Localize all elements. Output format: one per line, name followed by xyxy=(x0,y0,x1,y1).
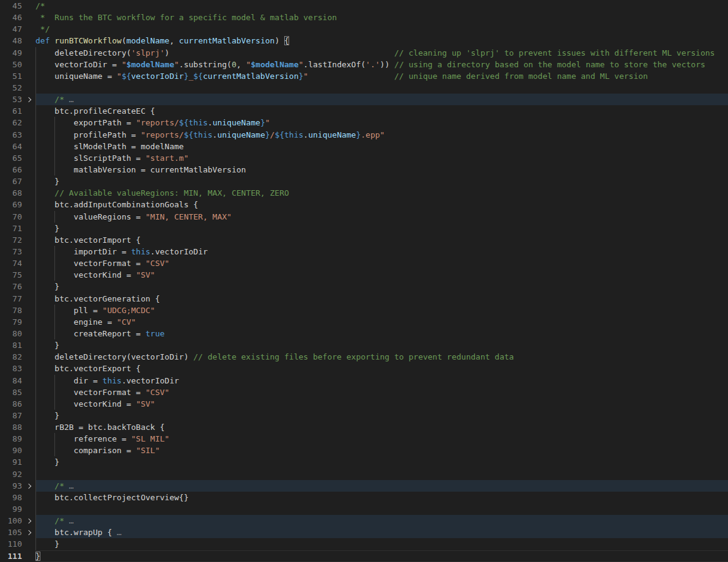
code-line[interactable]: deleteDirectory(vectorIoDir) // delete e… xyxy=(35,351,728,363)
line-number[interactable]: 64 xyxy=(0,141,22,152)
line-number[interactable]: 65 xyxy=(0,152,22,164)
code-line[interactable]: /* … xyxy=(35,480,728,492)
code-line[interactable] xyxy=(35,82,728,94)
code-line[interactable]: exportPath = "reports/${this.uniqueName}… xyxy=(35,117,728,128)
code-line[interactable]: * Runs the BTC workflow for a specific m… xyxy=(35,12,728,23)
code-editor[interactable]: 45/*46 * Runs the BTC workflow for a spe… xyxy=(0,0,728,562)
code-line[interactable]: btc.profileCreateEC { xyxy=(35,105,728,117)
line-number[interactable]: 79 xyxy=(0,316,22,328)
line-number[interactable]: 63 xyxy=(0,129,22,141)
code-line[interactable]: vectorKind = "SV" xyxy=(35,269,728,281)
line-number[interactable]: 89 xyxy=(0,433,22,445)
line-number[interactable]: 50 xyxy=(0,59,22,70)
line-number[interactable]: 85 xyxy=(0,386,22,398)
code-line[interactable]: } xyxy=(35,538,728,550)
code-line[interactable]: } xyxy=(35,223,728,234)
code-line[interactable]: btc.vectorExport { xyxy=(35,363,728,374)
line-number[interactable]: 82 xyxy=(0,351,22,363)
line-number[interactable]: 52 xyxy=(0,82,22,94)
code-line[interactable]: slModelPath = modelName xyxy=(35,141,728,152)
line-number[interactable]: 76 xyxy=(0,281,22,292)
code-line[interactable]: createReport = true xyxy=(35,328,728,339)
line-number[interactable]: 81 xyxy=(0,339,22,351)
line-number[interactable]: 74 xyxy=(0,257,22,269)
code-line[interactable]: def runBTCWorkflow(modelName, currentMat… xyxy=(35,35,728,46)
code-line[interactable]: btc.addInputCombinationGoals { xyxy=(35,199,728,210)
line-number[interactable]: 53 xyxy=(0,94,22,105)
code-line[interactable]: deleteDirectory('slprj') // cleaning up … xyxy=(35,47,728,59)
line-number[interactable]: 73 xyxy=(0,246,22,257)
chevron-right-icon[interactable] xyxy=(26,97,31,102)
code-line[interactable]: btc.vectorGeneration { xyxy=(35,293,728,305)
fold-region[interactable] xyxy=(22,480,35,492)
chevron-right-icon[interactable] xyxy=(26,484,31,489)
line-number[interactable]: 93 xyxy=(0,480,22,492)
code-line[interactable]: } xyxy=(35,550,728,562)
code-line[interactable]: importDir = this.vectorIoDir xyxy=(35,246,728,257)
code-line[interactable]: btc.collectProjectOverview{} xyxy=(35,492,728,503)
line-number[interactable]: 100 xyxy=(0,515,22,527)
code-line[interactable]: /* … xyxy=(35,94,728,105)
code-line[interactable]: slScriptPath = "start.m" xyxy=(35,152,728,164)
chevron-right-icon[interactable] xyxy=(26,530,31,535)
code-line[interactable]: } xyxy=(35,281,728,292)
line-number[interactable]: 87 xyxy=(0,410,22,421)
line-number[interactable]: 80 xyxy=(0,328,22,339)
line-number[interactable]: 68 xyxy=(0,187,22,199)
code-line[interactable]: /* xyxy=(35,0,728,12)
code-line[interactable]: engine = "CV" xyxy=(35,316,728,328)
fold-region[interactable] xyxy=(22,515,35,527)
line-number[interactable]: 67 xyxy=(0,176,22,187)
line-number[interactable]: 90 xyxy=(0,445,22,456)
line-number[interactable]: 48 xyxy=(0,35,22,46)
line-number[interactable]: 77 xyxy=(0,293,22,305)
code-line[interactable]: reference = "SL MIL" xyxy=(35,433,728,445)
chevron-right-icon[interactable] xyxy=(26,519,31,523)
line-number[interactable]: 83 xyxy=(0,363,22,374)
line-number[interactable]: 91 xyxy=(0,456,22,468)
code-line[interactable]: dir = this.vectorIoDir xyxy=(35,375,728,386)
line-number[interactable]: 51 xyxy=(0,70,22,82)
line-number[interactable]: 61 xyxy=(0,105,22,117)
line-number[interactable]: 78 xyxy=(0,305,22,316)
line-number[interactable]: 69 xyxy=(0,199,22,210)
code-line[interactable]: matlabVersion = currentMatlabVersion xyxy=(35,164,728,176)
line-number[interactable]: 49 xyxy=(0,47,22,59)
code-line[interactable]: } xyxy=(35,456,728,468)
code-line[interactable]: vectorIoDir = "$modelName".substring(0, … xyxy=(35,59,728,70)
code-line[interactable] xyxy=(35,468,728,480)
code-line[interactable]: vectorFormat = "CSV" xyxy=(35,257,728,269)
code-line[interactable]: comparison = "SIL" xyxy=(35,445,728,456)
line-number[interactable]: 62 xyxy=(0,117,22,128)
line-number[interactable]: 92 xyxy=(0,468,22,480)
code-line[interactable]: } xyxy=(35,339,728,351)
code-line[interactable]: uniqueName = "${vectorIoDir}_${currentMa… xyxy=(35,70,728,82)
fold-region[interactable] xyxy=(22,527,35,538)
line-number[interactable]: 72 xyxy=(0,234,22,246)
line-number[interactable]: 110 xyxy=(0,538,22,550)
code-line[interactable]: vectorFormat = "CSV" xyxy=(35,386,728,398)
line-number[interactable]: 45 xyxy=(0,0,22,12)
line-number[interactable]: 71 xyxy=(0,223,22,234)
code-line[interactable]: */ xyxy=(35,23,728,35)
line-number[interactable]: 105 xyxy=(0,527,22,538)
code-line[interactable]: pll = "UDCG;MCDC" xyxy=(35,305,728,316)
line-number[interactable]: 47 xyxy=(0,23,22,35)
code-line[interactable] xyxy=(35,503,728,515)
line-number[interactable]: 98 xyxy=(0,492,22,503)
code-line[interactable]: /* … xyxy=(35,515,728,527)
code-line[interactable]: // Available valueRegions: MIN, MAX, CEN… xyxy=(35,187,728,199)
line-number[interactable]: 111 xyxy=(0,550,22,562)
code-line[interactable]: btc.wrapUp { … xyxy=(35,527,728,538)
line-number[interactable]: 70 xyxy=(0,211,22,223)
code-line[interactable]: } xyxy=(35,410,728,421)
line-number[interactable]: 84 xyxy=(0,375,22,386)
line-number[interactable]: 86 xyxy=(0,398,22,410)
code-line[interactable]: } xyxy=(35,176,728,187)
line-number[interactable]: 88 xyxy=(0,421,22,433)
code-line[interactable]: profilePath = "reports/${this.uniqueName… xyxy=(35,129,728,141)
fold-region[interactable] xyxy=(22,94,35,105)
code-line[interactable]: rB2B = btc.backToBack { xyxy=(35,421,728,433)
code-line[interactable]: valueRegions = "MIN, CENTER, MAX" xyxy=(35,211,728,223)
line-number[interactable]: 75 xyxy=(0,269,22,281)
